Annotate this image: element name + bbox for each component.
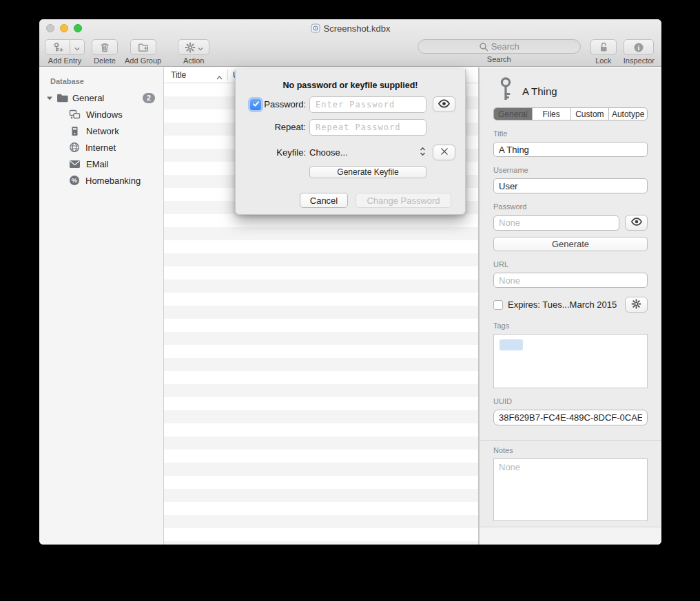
url-field[interactable]	[493, 273, 648, 288]
search-label: Search	[487, 55, 511, 63]
stepper-chevrons-icon	[419, 147, 426, 158]
disclosure-triangle-icon[interactable]	[46, 93, 53, 103]
title-label: Title	[493, 129, 648, 138]
expires-settings-button[interactable]	[625, 297, 648, 313]
tab-general[interactable]: General	[494, 108, 532, 120]
search-input[interactable]: Search	[418, 39, 581, 54]
tags-label: Tags	[493, 321, 648, 330]
lock-label: Lock	[595, 56, 611, 65]
password-checkbox[interactable]	[250, 99, 261, 110]
windows-network-icon	[69, 109, 81, 120]
change-password-button[interactable]: Change Password	[356, 193, 451, 208]
svg-text:%: %	[72, 176, 78, 184]
sidebar-item-label: Homebanking	[85, 176, 141, 186]
tab-custom[interactable]: Custom	[570, 108, 609, 120]
open-padlock-icon	[598, 42, 609, 53]
search-icon	[479, 42, 488, 52]
dialog-keyfile-label: Keyfile:	[276, 147, 306, 158]
uuid-field[interactable]	[493, 410, 648, 425]
url-label: URL	[493, 260, 648, 268]
trash-icon	[99, 42, 110, 53]
key-icon	[499, 77, 513, 105]
lock-tool: Lock	[590, 39, 617, 65]
sidebar-item-network[interactable]: Network	[39, 123, 163, 139]
dialog-actions: Cancel Change Password	[236, 193, 465, 208]
info-icon: i	[633, 42, 644, 53]
add-entry-dropdown-button[interactable]	[70, 39, 85, 55]
sort-ascending-icon	[216, 72, 223, 82]
gear-icon	[631, 299, 641, 311]
tab-files[interactable]: Files	[532, 108, 570, 120]
window-title-text: Screenshot.kdbx	[324, 23, 391, 34]
tags-field[interactable]	[493, 334, 648, 388]
app-window: Screenshot.kdbx Add Entry D	[39, 19, 661, 545]
folder-icon	[56, 93, 69, 103]
sidebar-section-header: Database	[39, 74, 163, 89]
zoom-button[interactable]	[74, 24, 82, 32]
keyfile-popup-button[interactable]: Choose...	[309, 147, 426, 158]
password-field[interactable]	[493, 215, 619, 231]
inspector-tabs: General Files Custom Autotype	[493, 107, 648, 120]
column-divider[interactable]	[227, 70, 228, 81]
reveal-password-button[interactable]	[433, 96, 455, 112]
column-header-title[interactable]: Title	[171, 70, 186, 80]
add-group-button[interactable]	[130, 39, 156, 55]
sidebar-item-homebanking[interactable]: % Homebanking	[39, 172, 163, 189]
repeat-password-field[interactable]	[309, 119, 426, 136]
inspector-button[interactable]: i	[624, 39, 654, 55]
sidebar-item-internet[interactable]: Internet	[39, 139, 163, 156]
username-field[interactable]	[493, 178, 648, 193]
enter-password-field[interactable]	[309, 96, 426, 113]
expires-checkbox[interactable]	[493, 300, 503, 310]
entry-header: A Thing	[493, 77, 648, 105]
reveal-password-button[interactable]	[625, 215, 648, 231]
sidebar-item-email[interactable]: EMail	[39, 156, 163, 172]
clear-keyfile-button[interactable]	[433, 145, 455, 160]
sidebar-item-label: Windows	[86, 109, 123, 120]
generate-keyfile-button[interactable]: Generate Keyfile	[309, 166, 426, 178]
repeat-row: Repeat:	[236, 118, 465, 136]
tag-token[interactable]	[500, 339, 523, 350]
svg-text:i: i	[638, 43, 640, 51]
add-entry-label: Add Entry	[48, 56, 81, 65]
sidebar-item-label: Network	[86, 126, 119, 136]
keyfile-selected-value: Choose...	[309, 147, 419, 158]
eye-icon	[438, 99, 451, 110]
section-divider	[480, 440, 661, 441]
uuid-label: UUID	[493, 397, 648, 405]
add-entry-button[interactable]	[45, 39, 70, 55]
traffic-lights	[46, 24, 82, 32]
eye-icon	[630, 218, 643, 228]
sidebar-item-general[interactable]: General 2	[39, 89, 163, 106]
sidebar-item-windows[interactable]: Windows	[39, 106, 163, 123]
delete-label: Delete	[94, 56, 116, 65]
cancel-button[interactable]: Cancel	[300, 193, 348, 208]
gear-icon	[185, 42, 196, 53]
search-placeholder: Search	[491, 41, 519, 52]
delete-button[interactable]	[92, 39, 118, 55]
chevron-down-icon	[198, 41, 203, 54]
checkmark-icon	[252, 99, 260, 109]
title-field[interactable]	[493, 142, 648, 157]
tab-autotype[interactable]: Autotype	[608, 108, 647, 120]
sidebar-item-label: Internet	[85, 143, 116, 153]
close-button[interactable]	[46, 24, 54, 32]
window-chrome: Screenshot.kdbx Add Entry D	[39, 19, 661, 67]
sidebar-item-label: EMail	[86, 159, 109, 169]
action-button[interactable]	[178, 39, 209, 55]
sidebar: Database General 2 Windows Network Inter…	[39, 67, 164, 545]
notes-field[interactable]	[493, 458, 648, 521]
titlebar[interactable]: Screenshot.kdbx	[39, 19, 661, 37]
inspector-panel: A Thing General Files Custom Autotype Ti…	[479, 67, 661, 545]
notes-label: Notes	[493, 446, 648, 454]
server-icon	[69, 126, 81, 136]
close-x-icon	[440, 147, 449, 158]
generate-password-button[interactable]: Generate	[493, 237, 648, 251]
chevron-down-icon	[74, 41, 80, 54]
add-entry-tool: Add Entry	[45, 39, 85, 65]
lock-button[interactable]	[590, 39, 617, 55]
inspector-footer	[480, 527, 661, 545]
document-proxy-icon[interactable]	[311, 23, 320, 33]
keyfile-row: Keyfile: Choose...	[236, 144, 465, 161]
minimize-button[interactable]	[60, 24, 68, 32]
